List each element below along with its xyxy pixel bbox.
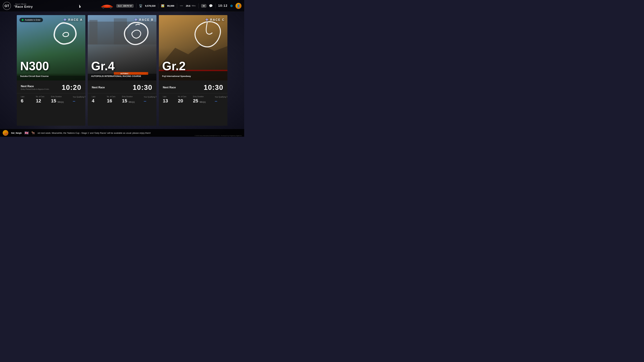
stars-block: 99,999 — [167, 4, 174, 7]
race-c-cross: ✚ — [206, 18, 209, 22]
gt-logo: GT — [3, 2, 11, 10]
race-a-next-time: 10:20 — [62, 83, 81, 91]
race-b-class: Gr.4 — [91, 60, 114, 72]
race-a-next-sub: Entry Period Ends in Approx 8 min. — [21, 88, 50, 90]
topbar-right: Gr.X 330 P4 '67 🖥️ 9,578,530 🖼️ 99,999 〰… — [100, 3, 242, 9]
svg-point-4 — [104, 5, 110, 7]
ticker-avatar: 🏎️ — [3, 130, 8, 136]
race-a-track: Suzuka Circuit East Course — [20, 75, 49, 78]
clock: 10:12 — [218, 4, 228, 7]
title-block: Sport Mode Race Entry — [15, 3, 33, 8]
race-b-qualifying-col: Your Qualifying Time -- — [144, 96, 154, 103]
race-a-duration-value: 15 — [51, 98, 56, 103]
race-a-name: RACE A — [68, 18, 83, 22]
miles-value: 29.6 — [186, 4, 190, 7]
race-c-duration-col: Entry Duration 25 Min(s) — [193, 96, 210, 103]
race-card-b[interactable]: AUTOBACS ✚ RACE B Gr.4 — [88, 15, 156, 126]
race-a-duration-unit: Min(s) — [58, 101, 64, 103]
ticker-brand-logo: 🐂 — [31, 131, 35, 135]
race-entry-label: Race Entry — [15, 5, 33, 8]
race-a-cars-label: No. of Cars — [36, 96, 44, 97]
race-c-cars-col: No. of Cars 20 — [178, 96, 188, 103]
race-c-name: RACE C — [210, 18, 225, 22]
race-c-top: ✚ RACE C Gr.2 Fuji International Speedwa… — [159, 15, 228, 80]
race-b-top: AUTOBACS ✚ RACE B Gr.4 — [88, 15, 156, 80]
race-a-qualifying-value: -- — [73, 99, 75, 103]
race-b-duration-unit: Min(s) — [129, 101, 135, 103]
race-b-qualifying-value: -- — [144, 99, 146, 103]
driver-rating: 330 P4 '67 — [123, 5, 132, 7]
race-c-duration-unit: Min(s) — [200, 101, 206, 103]
race-b-track: AUTOPOLIS INTERNATIONAL RACING COURSE — [91, 75, 141, 78]
photo-icon: 🖼️ — [161, 4, 164, 7]
ticker-uk-flag: 🇬🇧 — [24, 131, 29, 135]
race-b-next-race-row: Next Race 10:30 — [88, 80, 156, 93]
race-a-next-label: Next Race — [21, 85, 50, 88]
ticker-message: ed next week. Meanwhile, the 'Nations Cu… — [38, 132, 151, 134]
race-a-track-outline — [48, 18, 82, 52]
svg-rect-14 — [129, 72, 148, 75]
trending-icon: 〰️ — [180, 4, 183, 7]
race-c-qualifying-col: Your Qualifying Time -- — [215, 96, 225, 103]
race-a-laps-col: Laps 6 — [21, 96, 31, 103]
svg-point-8 — [110, 7, 111, 8]
race-c-cars-value: 20 — [178, 98, 183, 103]
race-b-next-label-block: Next Race — [92, 86, 105, 89]
race-c-laps-label: Laps — [163, 96, 166, 97]
race-c-bottom: Next Race 10:30 Laps 13 No. of Cars 20 E… — [159, 80, 228, 126]
race-a-laps-label: Laps — [21, 96, 24, 97]
race-b-duration-col: Entry Duration 15 Min(s) — [122, 96, 139, 103]
race-c-qualifying-label: Your Qualifying Time — [215, 96, 228, 98]
race-c-duration-label: Entry Duration — [193, 96, 204, 97]
race-c-next-label-block: Next Race — [163, 86, 176, 89]
race-c-next-time: 10:30 — [204, 83, 224, 91]
race-b-laps-value: 4 — [92, 98, 94, 103]
clock-suffix: 🌐 — [230, 5, 233, 7]
svg-rect-16 — [90, 20, 98, 44]
race-a-stats: Laps 6 No. of Cars 12 Entry Duration 15 … — [17, 93, 85, 106]
race-b-next-label: Next Race — [92, 86, 105, 89]
race-b-cross: ✚ — [134, 18, 138, 22]
race-b-cars-value: 16 — [107, 98, 112, 103]
race-c-track: Fuji International Speedway — [162, 75, 191, 78]
credits-value: 9,578,530 — [145, 4, 156, 7]
race-a-laps-value: 6 — [21, 98, 24, 103]
avatar[interactable]: 👤 — [236, 3, 242, 9]
race-b-duration-label: Entry Duration — [122, 96, 133, 97]
race-b-cars-label: No. of Cars — [107, 96, 116, 97]
available-badge: Available to Enter — [20, 18, 43, 22]
race-c-class: Gr.2 — [162, 60, 186, 72]
available-dot — [22, 19, 24, 21]
race-a-top: Available to Enter ✚ RACE A N300 Suzuka … — [17, 15, 85, 80]
car-icon — [100, 3, 114, 9]
sport-mode-label: Sport Mode — [15, 3, 33, 5]
message-icon: 💬 — [209, 4, 213, 8]
race-c-laps-value: 13 — [163, 98, 168, 103]
race-a-class: N300 — [20, 60, 49, 72]
race-c-laps-col: Laps 13 — [163, 96, 173, 103]
race-b-bottom: Next Race 10:30 Laps 4 No. of Cars 16 En… — [88, 80, 156, 126]
race-a-cross: ✚ — [64, 18, 67, 22]
menu-icon[interactable]: ≡ — [14, 4, 15, 7]
race-b-stats: Laps 4 No. of Cars 16 Entry Duration 15 … — [88, 93, 156, 106]
grade-text: Gr.X — [118, 5, 122, 7]
race-b-qualifying-label: Your Qualifying Time — [144, 96, 156, 98]
main-content: Available to Enter ✚ RACE A N300 Suzuka … — [0, 12, 244, 129]
race-a-duration-col: Entry Duration 15 Min(s) — [51, 96, 68, 103]
miles-unit: Miles — [192, 5, 196, 7]
available-text: Available to Enter — [25, 19, 40, 21]
race-card-a[interactable]: Available to Enter ✚ RACE A N300 Suzuka … — [17, 15, 85, 126]
ticker-bar: 🏎️ Sid_Neigh 🇬🇧 🐂 ed next week. Meanwhil… — [0, 129, 244, 137]
screen-icon: 🖥️ — [139, 4, 142, 7]
race-b-next-time: 10:30 — [133, 83, 152, 91]
miles-block: 29.6 Miles — [186, 4, 196, 7]
credits-block: 9,578,530 — [145, 4, 156, 7]
race-a-duration-label: Entry Duration — [51, 96, 62, 97]
race-c-qualifying-value: -- — [215, 99, 217, 103]
ticker-username: Sid_Neigh — [11, 132, 22, 134]
copyright-text: © 2019 Sony Interactive Entertainment In… — [195, 135, 242, 136]
race-b-name: RACE B — [139, 18, 154, 22]
race-a-next-label-block: Next Race Entry Period Ends in Approx 8 … — [21, 85, 50, 90]
race-c-next-race-row: Next Race 10:30 — [159, 80, 228, 93]
race-card-c[interactable]: ✚ RACE C Gr.2 Fuji International Speedwa… — [159, 15, 228, 126]
